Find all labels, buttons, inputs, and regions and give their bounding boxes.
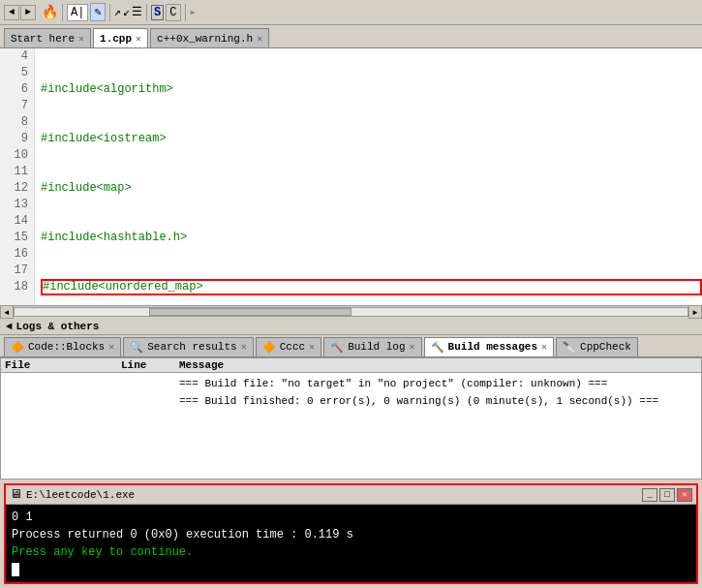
code-editor: 4 5 6 7 8 9 10 11 12 13 14 15 16 17 18 #… (0, 48, 702, 319)
scrollbar-thumb[interactable] (149, 308, 351, 316)
terminal-cursor (12, 563, 19, 576)
toolbar-icon-4: ↗ (114, 5, 121, 19)
logs-tab-buildmessages[interactable]: 🔨 Build messages ✕ (424, 337, 554, 356)
toolbar-sep-2 (109, 4, 110, 21)
logs-tab-codeblocks-label: Code::Blocks (28, 341, 105, 353)
terminal-minimize-btn[interactable]: _ (642, 488, 657, 502)
tab-1cpp-label: 1.cpp (100, 33, 132, 45)
col-header-message: Message (179, 359, 697, 371)
row2-message: === Build finished: 0 error(s), 0 warnin… (179, 393, 697, 409)
logs-section-label: Logs & others (16, 321, 100, 332)
codeblocks-icon: 🔶 (11, 341, 24, 354)
tab-c++0x-warning-label: c++0x_warning.h (157, 33, 253, 45)
build-table-body: === Build file: "no target" in "no proje… (1, 373, 701, 412)
logs-tab-search[interactable]: 🔍 Search results ✕ (123, 337, 253, 356)
logs-tab-cppcheck[interactable]: 🔪 CppCheck (556, 337, 638, 356)
col-header-line: Line (121, 359, 179, 371)
nav-forward-btn[interactable]: ► (20, 5, 36, 20)
row2-line (121, 393, 179, 409)
horizontal-scrollbar[interactable]: ◄ ► (0, 305, 702, 319)
code-line-8: #include<unordered_map> (41, 279, 702, 295)
scrollbar-track[interactable] (14, 307, 688, 317)
toolbar-right-indicator: ▸ (190, 5, 197, 19)
toolbar-icon-5: ↙ (123, 5, 130, 19)
logs-tab-buildmessages-label: Build messages (448, 341, 537, 353)
tab-c++0x-warning-close[interactable]: ✕ (257, 33, 262, 45)
cccc-icon: 🔶 (262, 341, 276, 354)
main-toolbar: ◄ ► 🔥 A| ✎ ↗ ↙ ☰ S C ▸ (0, 0, 702, 25)
logs-section: ◄ Logs & others 🔶 Code::Blocks ✕ 🔍 Searc… (0, 319, 702, 589)
terminal-output-line1: 0 1 (12, 509, 690, 526)
terminal-window-buttons: _ □ ✕ (642, 488, 692, 502)
tab-1cpp[interactable]: 1.cpp ✕ (93, 28, 148, 47)
row2-file (5, 393, 121, 409)
logs-tab-bar: 🔶 Code::Blocks ✕ 🔍 Search results ✕ 🔶 Cc… (0, 335, 702, 357)
code-line-5: #include<iostream> (41, 131, 702, 147)
toolbar-icon-1: 🔥 (42, 4, 58, 20)
logs-tab-buildlog-close[interactable]: ✕ (410, 341, 415, 353)
terminal-cursor-line (12, 561, 690, 578)
code-line-4: #include<algorithm> (41, 81, 702, 98)
tab-start-here-close[interactable]: ✕ (78, 33, 84, 45)
terminal-output-line2: Process returned 0 (0x0) execution time … (12, 526, 690, 543)
toolbar-icon-3: ✎ (90, 3, 105, 21)
toolbar-icon-cpp: C (166, 4, 180, 21)
terminal-titlebar: 🖥 E:\leetcode\1.exe _ □ ✕ (6, 485, 696, 505)
scroll-left-btn[interactable]: ◄ (0, 305, 14, 319)
table-row: === Build file: "no target" in "no proje… (5, 375, 697, 392)
logs-tab-cccc-close[interactable]: ✕ (309, 341, 315, 353)
line-numbers: 4 5 6 7 8 9 10 11 12 13 14 15 16 17 18 (0, 48, 35, 305)
logs-tab-codeblocks-close[interactable]: ✕ (108, 341, 114, 353)
search-icon: 🔍 (130, 341, 143, 354)
logs-header: ◄ Logs & others (0, 319, 702, 335)
toolbar-sep-4 (185, 4, 186, 21)
terminal-maximize-btn[interactable]: □ (659, 488, 675, 502)
cppcheck-icon: 🔪 (563, 341, 576, 354)
tab-1cpp-close[interactable]: ✕ (136, 33, 141, 45)
toolbar-icon-2: A| (67, 4, 88, 21)
nav-arrows: ◄ ► (4, 5, 36, 20)
toolbar-sep-3 (146, 4, 147, 21)
logs-tab-search-close[interactable]: ✕ (241, 341, 247, 353)
tab-start-here[interactable]: Start here ✕ (4, 28, 91, 47)
logs-tab-cccc-label: Cccc (280, 341, 305, 353)
buildmessages-icon: 🔨 (431, 341, 444, 354)
build-messages-table: File Line Message === Build file: "no ta… (0, 357, 702, 480)
logs-nav-left[interactable]: ◄ (6, 321, 13, 332)
table-row: === Build finished: 0 error(s), 0 warnin… (5, 392, 697, 410)
toolbar-icon-6: ☰ (132, 5, 142, 19)
tab-c++0x-warning[interactable]: c++0x_warning.h ✕ (150, 28, 269, 47)
logs-tab-cccc[interactable]: 🔶 Cccc ✕ (256, 337, 321, 356)
code-line-7: #include<hashtable.h> (41, 230, 702, 246)
scroll-right-btn[interactable]: ► (688, 305, 702, 319)
build-table-header: File Line Message (1, 358, 701, 373)
terminal-icon: 🖥 (10, 487, 22, 502)
code-container: 4 5 6 7 8 9 10 11 12 13 14 15 16 17 18 #… (0, 48, 702, 305)
code-content[interactable]: #include<algorithm> #include<iostream> #… (35, 48, 702, 305)
logs-tab-buildmessages-close[interactable]: ✕ (541, 341, 547, 353)
toolbar-icon-s: S (151, 5, 164, 20)
nav-back-btn[interactable]: ◄ (4, 5, 19, 20)
tab-start-here-label: Start here (11, 33, 75, 45)
toolbar-icons: 🔥 A| ✎ ↗ ↙ ☰ S C ▸ (42, 3, 197, 21)
terminal-body: 0 1 Process returned 0 (0x0) execution t… (6, 505, 696, 582)
logs-tab-cppcheck-label: CppCheck (580, 341, 631, 353)
buildlog-icon: 🔨 (330, 341, 344, 354)
editor-tab-bar: Start here ✕ 1.cpp ✕ c++0x_warning.h ✕ (0, 25, 702, 48)
row1-line (121, 376, 179, 391)
terminal-window: 🖥 E:\leetcode\1.exe _ □ ✕ 0 1 Process re… (4, 483, 698, 584)
toolbar-sep-1 (62, 4, 63, 21)
terminal-close-btn[interactable]: ✕ (677, 488, 692, 502)
terminal-output-line3: Press any key to continue. (12, 543, 690, 561)
col-header-file: File (5, 359, 121, 371)
code-line-6: #include<map> (41, 180, 702, 197)
terminal-title-text: E:\leetcode\1.exe (26, 489, 135, 501)
row1-file (5, 376, 121, 391)
logs-tab-buildlog-label: Build log (348, 341, 405, 353)
terminal-title: E:\leetcode\1.exe (26, 489, 638, 501)
logs-tab-buildlog[interactable]: 🔨 Build log ✕ (323, 337, 421, 356)
row1-message: === Build file: "no target" in "no proje… (179, 376, 697, 391)
logs-tab-codeblocks[interactable]: 🔶 Code::Blocks ✕ (4, 337, 121, 356)
logs-tab-search-label: Search results (147, 341, 236, 353)
